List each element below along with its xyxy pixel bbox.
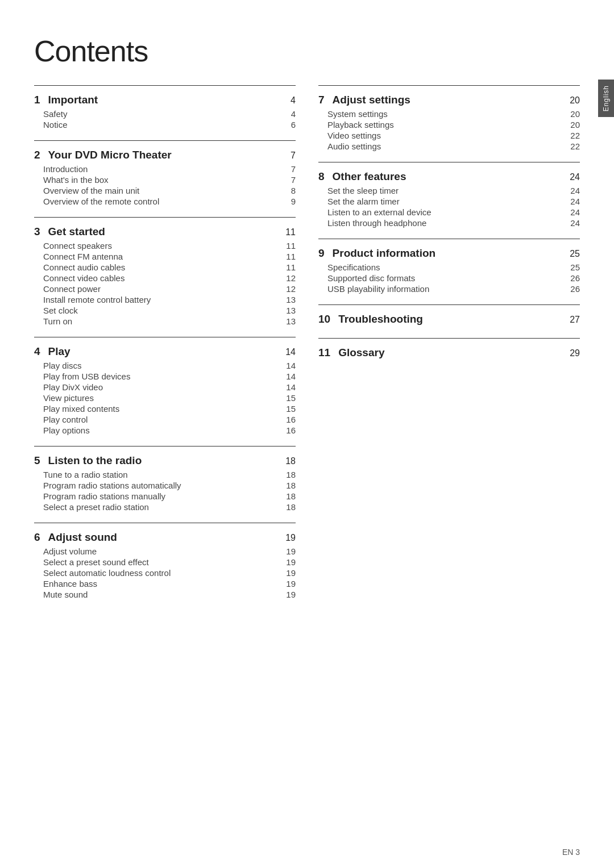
sub-item-page: 12 (286, 284, 296, 294)
section-header-11: 11Glossary29 (318, 347, 580, 359)
sub-item: Play discs14 (34, 360, 296, 371)
section-3: 3Get started11Connect speakers11Connect … (34, 217, 296, 337)
sub-item-page: 22 (570, 131, 580, 140)
section-title-3: Get started (48, 226, 286, 238)
sub-item-text: Connect FM antenna (43, 252, 123, 261)
main-content: Contents 1Important4Safety4Notice62Your … (34, 34, 580, 845)
sub-item: Set the alarm timer24 (318, 196, 580, 207)
side-tab-label: English (602, 85, 610, 111)
sub-item-page: 25 (570, 262, 580, 272)
section-1: 1Important4Safety4Notice6 (34, 85, 296, 140)
section-header-9: 9Product information25 (318, 247, 580, 260)
sub-item-page: 8 (291, 186, 296, 195)
sub-item: Select a preset radio station18 (34, 502, 296, 512)
sub-item-text: Connect audio cables (43, 262, 125, 272)
side-tab: English (598, 80, 614, 117)
sub-item-page: 24 (570, 186, 580, 195)
sub-item-text: Select a preset sound effect (43, 557, 149, 567)
sub-item-page: 20 (570, 120, 580, 130)
sub-item-text: Playback settings (327, 120, 394, 130)
sub-item: Program radio stations automatically18 (34, 480, 296, 491)
sub-item-page: 12 (286, 273, 296, 283)
sub-item-page: 24 (570, 218, 580, 228)
sub-item: Select automatic loudness control19 (34, 567, 296, 578)
sub-item: Play DivX video14 (34, 382, 296, 393)
sub-item-page: 7 (291, 164, 296, 174)
sub-item-text: Set the alarm timer (327, 197, 400, 206)
sub-item-text: Play control (43, 415, 88, 424)
section-11: 11Glossary29 (318, 338, 580, 372)
sub-item-page: 19 (286, 590, 296, 599)
section-5: 5Listen to the radio18Tune to a radio st… (34, 446, 296, 523)
sub-item-text: Set the sleep timer (327, 186, 399, 195)
section-number-8: 8 (318, 170, 325, 183)
section-page-10: 27 (570, 315, 580, 325)
section-6: 6Adjust sound19Adjust volume19Select a p… (34, 523, 296, 610)
footer: EN 3 (562, 848, 580, 857)
sub-item-text: Play mixed contents (43, 404, 119, 414)
sub-item-page: 18 (286, 491, 296, 501)
sub-item-text: Listen to an external device (327, 207, 432, 217)
section-2: 2Your DVD Micro Theater7Introduction7Wha… (34, 140, 296, 217)
sub-item: Supported disc formats26 (318, 273, 580, 283)
sub-item-text: Enhance bass (43, 579, 97, 589)
section-number-4: 4 (34, 345, 40, 358)
sub-item-text: Install remote control battery (43, 295, 151, 304)
sub-item-text: Listen through headphone (327, 218, 426, 228)
sub-item-page: 26 (570, 284, 580, 294)
section-title-4: Play (48, 345, 286, 358)
sub-item: Connect speakers11 (34, 240, 296, 251)
sub-item-text: Specifications (327, 262, 380, 272)
sub-item-page: 18 (286, 481, 296, 490)
section-title-2: Your DVD Micro Theater (48, 149, 291, 161)
section-9: 9Product information25Specifications25Su… (318, 239, 580, 304)
section-header-2: 2Your DVD Micro Theater7 (34, 149, 296, 161)
section-4: 4Play14Play discs14Play from USB devices… (34, 337, 296, 446)
sub-item-page: 6 (291, 120, 296, 130)
sub-item: Set the sleep timer24 (318, 185, 580, 196)
sub-item-text: Play discs (43, 361, 82, 370)
sub-item: Connect FM antenna11 (34, 251, 296, 262)
sub-item-page: 13 (286, 316, 296, 326)
sub-item-text: USB playability information (327, 284, 429, 294)
sub-item-text: Set clock (43, 306, 78, 315)
section-header-4: 4Play14 (34, 345, 296, 358)
section-title-11: Glossary (338, 347, 570, 359)
section-title-10: Troubleshooting (338, 313, 570, 326)
sub-item: Set clock13 (34, 305, 296, 316)
sub-item: Playback settings20 (318, 119, 580, 130)
section-title-7: Adjust settings (333, 94, 570, 106)
sub-item-text: Introduction (43, 164, 88, 174)
left-column: 1Important4Safety4Notice62Your DVD Micro… (34, 85, 296, 610)
section-number-10: 10 (318, 313, 330, 326)
section-title-5: Listen to the radio (48, 454, 286, 467)
section-header-1: 1Important4 (34, 94, 296, 106)
sub-item: Play options16 (34, 425, 296, 436)
sub-item: Install remote control battery13 (34, 294, 296, 305)
sub-item-page: 19 (286, 579, 296, 589)
sub-item: Overview of the remote control9 (34, 196, 296, 207)
sub-item: Listen to an external device24 (318, 207, 580, 218)
section-title-6: Adjust sound (48, 531, 286, 544)
page: English Contents 1Important4Safety4Notic… (0, 0, 614, 868)
section-header-5: 5Listen to the radio18 (34, 454, 296, 467)
sub-item-text: Mute sound (43, 590, 88, 599)
sub-item-page: 13 (286, 306, 296, 315)
sub-item-text: Connect video cables (43, 273, 125, 283)
sub-item-page: 24 (570, 197, 580, 206)
sub-item: Mute sound19 (34, 589, 296, 600)
sub-item-page: 24 (570, 207, 580, 217)
sub-item-page: 22 (570, 141, 580, 151)
section-page-6: 19 (285, 533, 296, 543)
section-page-5: 18 (285, 456, 296, 466)
section-header-10: 10Troubleshooting27 (318, 313, 580, 326)
sub-item: Play mixed contents15 (34, 403, 296, 414)
section-number-2: 2 (34, 149, 40, 161)
sub-item-text: System settings (327, 109, 388, 119)
sub-item: Play control16 (34, 414, 296, 425)
sub-item-text: Overview of the remote control (43, 197, 159, 206)
sub-item-page: 18 (286, 502, 296, 512)
sub-item-text: Video settings (327, 131, 381, 140)
sub-item-text: Adjust volume (43, 546, 97, 556)
section-header-8: 8Other features24 (318, 170, 580, 183)
